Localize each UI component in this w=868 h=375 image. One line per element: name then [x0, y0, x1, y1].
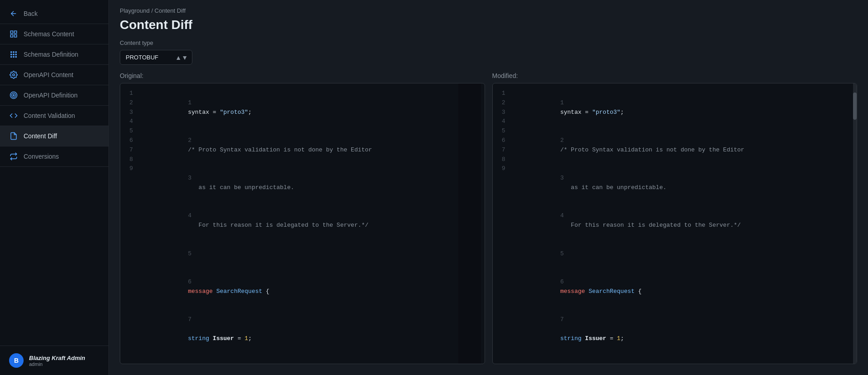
- sidebar-item-openapi-content[interactable]: OpenAPI Content: [0, 65, 108, 85]
- sidebar-item-conversions[interactable]: Conversions: [0, 146, 108, 167]
- modified-panel: Modified: 1234 56789 1 syntax = "proto3"…: [492, 72, 858, 364]
- target-icon: [9, 91, 18, 100]
- content-type-select[interactable]: PROTOBUF JSON AVRO XML: [120, 50, 192, 65]
- svg-point-13: [15, 56, 16, 57]
- grid-icon: [9, 29, 18, 39]
- sidebar-item-back[interactable]: Back: [0, 4, 108, 24]
- sidebar-item-openapi-definition[interactable]: OpenAPI Definition: [0, 85, 108, 106]
- file-icon: [9, 131, 18, 141]
- content-type-label: Content type: [120, 39, 857, 46]
- content-type-wrapper: PROTOBUF JSON AVRO XML ▲▼: [120, 50, 192, 65]
- svg-rect-1: [10, 31, 13, 33]
- breadcrumb: Playground / Content Diff: [109, 0, 868, 16]
- code-line: 1 syntax = "proto3";: [138, 89, 479, 127]
- code-line: 3 as it can be unpredictable.: [511, 164, 852, 202]
- original-label: Original:: [120, 72, 485, 79]
- user-role: admin: [29, 361, 85, 367]
- code-line: 5: [138, 240, 479, 268]
- arrow-left-icon: [9, 9, 18, 18]
- original-line-numbers: 1234 56789: [120, 83, 138, 364]
- sidebar-item-label: Content Diff: [24, 132, 57, 140]
- original-panel: Original: 1234 56789 1 syntax = "proto3"…: [120, 72, 485, 364]
- svg-point-10: [15, 54, 16, 55]
- svg-point-16: [12, 93, 16, 97]
- main-content: Playground / Content Diff Content Diff C…: [109, 0, 868, 375]
- settings-icon: [9, 70, 18, 79]
- code-line: 6 message SearchRequest {: [511, 268, 852, 306]
- code-line: 1 syntax = "proto3";: [511, 89, 852, 127]
- code-line: 2 /* Proto Syntax validation is not done…: [138, 127, 479, 164]
- svg-point-17: [13, 95, 15, 96]
- code-line: 7 string Issuer = 1;: [511, 306, 852, 353]
- sidebar: Back Schemas Content Schemas Definition: [0, 0, 109, 375]
- code-line: 7 string Issuer = 1;: [138, 306, 479, 353]
- sidebar-item-label: Schemas Definition: [24, 51, 78, 58]
- code-line: 8 string Symbol = 2;: [511, 353, 852, 364]
- svg-point-14: [13, 74, 15, 76]
- username: Blazing Kraft Admin: [29, 355, 85, 361]
- sidebar-item-schemas-definition[interactable]: Schemas Definition: [0, 44, 108, 65]
- modified-code-content: 1234 56789 1 syntax = "proto3"; 2 /* Pro…: [493, 83, 857, 364]
- sidebar-item-label: Conversions: [24, 153, 59, 160]
- svg-rect-3: [10, 35, 13, 37]
- sidebar-item-label: Content Validation: [24, 112, 75, 119]
- code-line: 3 as it can be unpredictable.: [138, 164, 479, 202]
- svg-point-7: [15, 52, 16, 53]
- scrollbar-thumb[interactable]: [853, 93, 857, 120]
- diff-container: Original: 1234 56789 1 syntax = "proto3"…: [109, 72, 868, 375]
- sidebar-item-label: OpenAPI Content: [24, 71, 74, 78]
- svg-point-12: [13, 56, 14, 57]
- code-line: 6 message SearchRequest {: [138, 268, 479, 306]
- sidebar-item-content-diff[interactable]: Content Diff: [0, 126, 108, 146]
- user-info: Blazing Kraft Admin admin: [29, 355, 85, 367]
- arrows-icon: [9, 152, 18, 161]
- code-line: 8 string Symbol = 2;: [138, 353, 479, 364]
- sidebar-item-label: OpenAPI Definition: [24, 92, 78, 99]
- original-code-content: 1234 56789 1 syntax = "proto3"; 2 /* Pro…: [120, 83, 485, 364]
- code-line: 5: [511, 240, 852, 268]
- modified-editor[interactable]: 1234 56789 1 syntax = "proto3"; 2 /* Pro…: [492, 83, 858, 364]
- code-line: 4 For this reason it is delegated to the…: [511, 202, 852, 240]
- original-editor[interactable]: 1234 56789 1 syntax = "proto3"; 2 /* Pro…: [120, 83, 485, 364]
- scrollbar-track[interactable]: [853, 83, 857, 364]
- modified-code-lines: 1 syntax = "proto3"; 2 /* Proto Syntax v…: [511, 83, 857, 364]
- svg-point-9: [13, 54, 14, 55]
- user-profile: B Blazing Kraft Admin admin: [0, 346, 108, 375]
- page-title: Content Diff: [109, 16, 868, 39]
- minimap: [458, 83, 481, 364]
- code-line: 2 /* Proto Syntax validation is not done…: [511, 127, 852, 164]
- sidebar-nav: Back Schemas Content Schemas Definition: [0, 0, 108, 346]
- sidebar-item-schemas-content[interactable]: Schemas Content: [0, 24, 108, 44]
- svg-point-6: [13, 52, 14, 53]
- svg-point-8: [11, 54, 12, 55]
- modified-label: Modified:: [492, 72, 858, 79]
- svg-point-11: [11, 56, 12, 57]
- svg-rect-2: [15, 31, 17, 33]
- code-icon: [9, 111, 18, 120]
- svg-point-5: [11, 52, 12, 53]
- code-line: 4 For this reason it is delegated to the…: [138, 202, 479, 240]
- original-code-lines: 1 syntax = "proto3"; 2 /* Proto Syntax v…: [138, 83, 485, 364]
- grid-dots-icon: [9, 50, 18, 59]
- sidebar-item-label: Schemas Content: [24, 30, 74, 38]
- modified-line-numbers: 1234 56789: [493, 83, 511, 364]
- content-type-section: Content type PROTOBUF JSON AVRO XML ▲▼: [109, 39, 868, 72]
- avatar: B: [9, 353, 24, 368]
- sidebar-item-label: Back: [24, 10, 38, 17]
- svg-rect-4: [15, 35, 17, 37]
- sidebar-item-content-validation[interactable]: Content Validation: [0, 106, 108, 126]
